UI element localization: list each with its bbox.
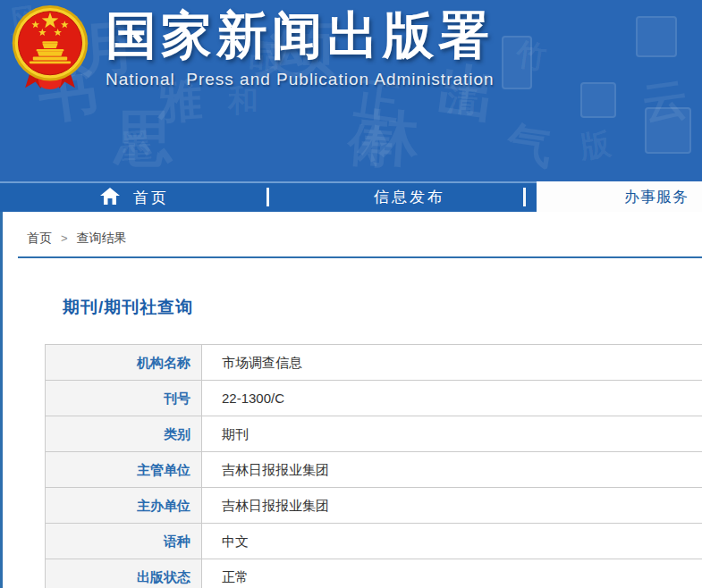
row-label: 主办单位 [45, 488, 202, 523]
table-row: 主办单位 吉林日报报业集团 [45, 487, 702, 523]
row-label: 类别 [45, 416, 202, 451]
breadcrumb-separator: > [61, 231, 68, 245]
divider-line [18, 256, 702, 258]
row-label: 刊号 [45, 381, 202, 416]
nav-item-home[interactable]: 首页 [100, 183, 169, 212]
header-titles: 国家新闻出版署 National Press and Publication A… [106, 2, 495, 89]
home-icon [100, 188, 120, 208]
row-value: 中文 [202, 524, 702, 559]
seal-stamp-decoration [645, 107, 691, 154]
site-subtitle-en: National Press and Publication Administr… [106, 70, 495, 89]
row-value: 吉林日报报业集团 [202, 452, 702, 487]
table-row: 语种 中文 [45, 523, 702, 559]
breadcrumb-home-link[interactable]: 首页 [27, 231, 52, 245]
nav-separator [523, 188, 526, 206]
table-row: 类别 期刊 [45, 416, 702, 451]
row-label: 出版状态 [45, 559, 202, 588]
breadcrumb-current: 查询结果 [76, 231, 126, 245]
row-value: 期刊 [202, 416, 702, 451]
table-row: 机构名称 市场调查信息 [45, 344, 702, 380]
seal-stamp-decoration [580, 82, 616, 118]
national-emblem-icon [7, 4, 93, 93]
nav-tab-services-active[interactable]: 办事服务 [537, 181, 702, 214]
row-label: 机构名称 [45, 345, 202, 380]
content-area: 首页 > 查询结果 期刊/期刊社查询 机构名称 市场调查信息 刊号 22-130… [0, 212, 702, 588]
row-value: 22-1300/C [202, 381, 702, 416]
row-label: 主管单位 [45, 452, 202, 487]
row-value: 市场调查信息 [202, 345, 702, 380]
row-value: 吉林日报报业集团 [202, 488, 702, 523]
site-title: 国家新闻出版署 [106, 2, 495, 68]
nav-separator [266, 188, 269, 206]
seal-stamp-decoration [502, 36, 532, 89]
journal-query-page: { "header": { "title_cn": "国家新闻出版署", "ti… [0, 0, 702, 588]
row-value: 正常 [202, 559, 702, 588]
table-row: 主管单位 吉林日报报业集团 [45, 451, 702, 487]
nav-item-home-label: 首页 [133, 188, 169, 208]
row-label: 语种 [45, 524, 202, 559]
seal-stamp-decoration [636, 16, 677, 57]
site-header: 风雅颂清气书墨文林竹云月和俦出版鹤思品正 [0, 0, 702, 181]
table-row: 刊号 22-1300/C [45, 380, 702, 416]
main-nav: 首页 信息发布 办事服务 [0, 181, 702, 212]
breadcrumb: 首页 > 查询结果 [3, 212, 702, 247]
query-result-table: 机构名称 市场调查信息 刊号 22-1300/C 类别 期刊 主管单位 吉林日报… [45, 344, 702, 588]
page-title: 期刊/期刊社查询 [63, 296, 702, 319]
table-row: 出版状态 正常 [45, 559, 702, 588]
nav-item-info-release[interactable]: 信息发布 [374, 183, 445, 212]
